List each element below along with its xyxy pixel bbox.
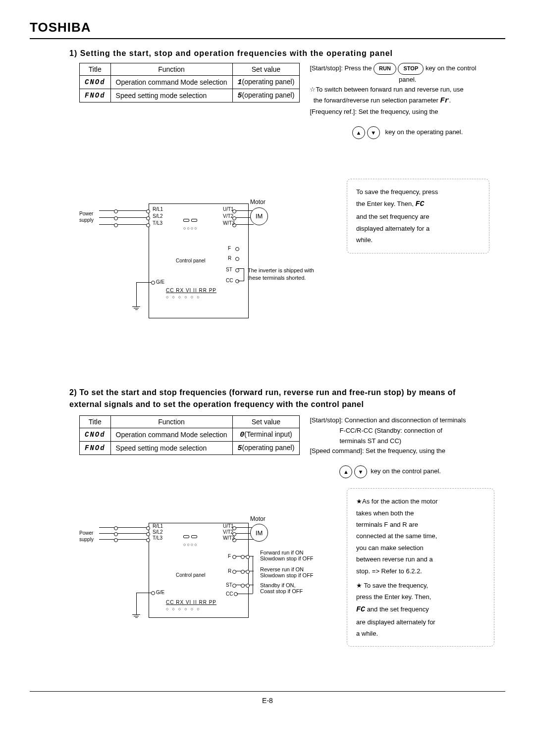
param-func: Operation command Mode selection — [110, 428, 232, 441]
wiring-diagram-2: Power supply R/L1 S/L2 T/L3 U/T1 V/T2 W/… — [79, 513, 327, 632]
shorted-terminals-note: The inverter is shipped with these termi… — [248, 267, 327, 282]
section2-note-box: ★As for the action the motor takes when … — [347, 488, 494, 647]
th-function: Function — [110, 415, 232, 428]
section1-description: [Start/stop]: Press the RUN STOP key on … — [310, 63, 505, 139]
param-code: FNOd — [80, 441, 111, 454]
wiring-diagram-1: Power supply R/L1 S/L2 T/L3 U/T1 V/T2 W/… — [79, 194, 327, 337]
param-code: FNOd — [80, 89, 111, 102]
page-number: E-8 — [30, 691, 505, 705]
param-val: 1(operating panel) — [232, 76, 300, 89]
param-table-1: Title Function Set value CNOd Operation … — [79, 63, 300, 102]
down-key-icon: ▼ — [354, 465, 367, 478]
th-setvalue: Set value — [232, 415, 300, 428]
section1-note-box: To save the frequency, press the Enter k… — [347, 179, 489, 253]
param-val: 5(operating panel) — [232, 441, 300, 454]
th-title: Title — [80, 63, 111, 76]
motor-icon: IM — [250, 524, 268, 542]
section1-title: 1) Setting the start, stop and operation… — [69, 49, 505, 58]
param-val: 0(Terminal input) — [232, 428, 300, 441]
th-function: Function — [110, 63, 232, 76]
param-func: Speed setting mode selection — [110, 89, 232, 102]
th-setvalue: Set value — [232, 63, 300, 76]
up-key-icon: ▲ — [352, 126, 365, 139]
th-title: Title — [80, 415, 111, 428]
up-key-icon: ▲ — [339, 465, 352, 478]
section2-title: 2) To set the start and stop frequencies… — [69, 387, 466, 410]
section2-description: [Start/stop]: Connection and disconnecti… — [310, 415, 505, 478]
motor-icon: IM — [250, 207, 268, 225]
param-func: Speed setting mode selection — [110, 441, 232, 454]
param-code: CNOd — [80, 76, 111, 89]
param-code: CNOd — [80, 428, 111, 441]
stop-key-icon: STOP — [398, 63, 424, 75]
param-func: Operation command Mode selection — [110, 76, 232, 89]
param-val: 5(operating panel) — [232, 89, 300, 102]
param-table-2: Title Function Set value CNOd Operation … — [79, 415, 300, 455]
down-key-icon: ▼ — [367, 126, 380, 139]
run-key-icon: RUN — [374, 63, 396, 75]
brand-logo: TOSHIBA — [30, 20, 505, 39]
